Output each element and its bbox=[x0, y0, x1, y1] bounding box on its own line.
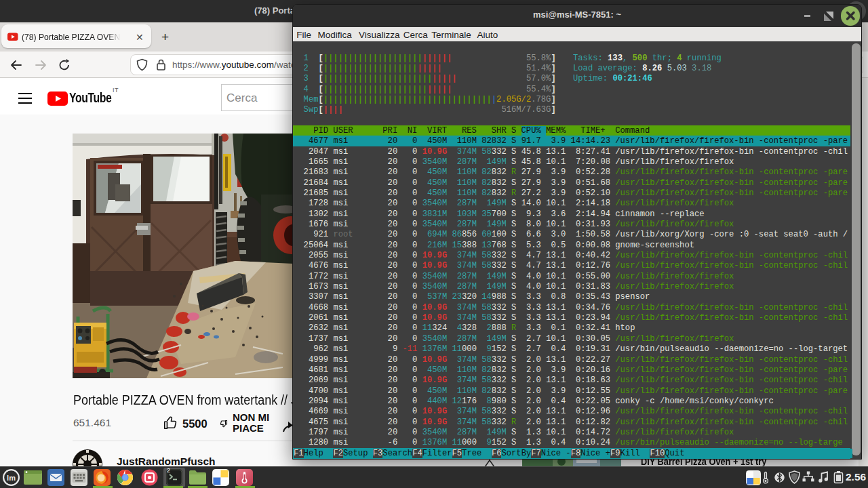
svg-text:lm: lm bbox=[7, 474, 16, 482]
